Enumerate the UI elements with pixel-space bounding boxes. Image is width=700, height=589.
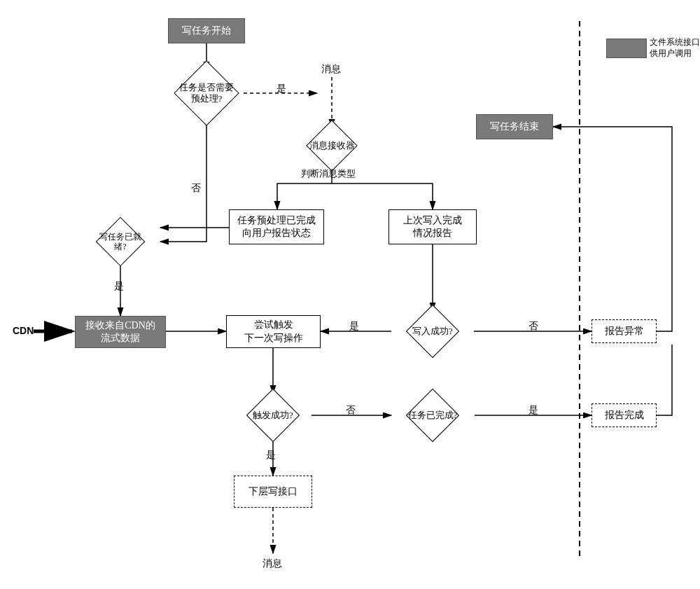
start-node: 写任务开始: [168, 18, 245, 43]
edge-yes-4: 是: [528, 404, 538, 417]
edge-no-3: 否: [346, 404, 356, 417]
lower-write-label: 下层写接口: [248, 485, 298, 498]
task-ready-label: 写任务已就绪?: [96, 232, 145, 252]
start-label: 写任务开始: [182, 25, 231, 37]
cdn-label: CDN: [13, 325, 34, 336]
trigger-success-label: 触发成功?: [253, 410, 293, 421]
message-bottom-label: 消息: [262, 557, 282, 570]
receive-cdn-label: 接收来自CDN的 流式数据: [85, 319, 155, 345]
box-report-done: 报告完成: [592, 403, 657, 427]
edge-yes-1: 是: [276, 83, 286, 95]
task-done-label: 任务已完成?: [408, 410, 458, 421]
report-error-label: 报告异常: [605, 325, 644, 338]
box-try-trigger: 尝试触发 下一次写操作: [226, 315, 321, 348]
decision-need-preprocess: 任务是否需要 预处理?: [183, 70, 230, 116]
report-done-label: 报告完成: [605, 409, 644, 422]
decision-need-preprocess-label: 任务是否需要 预处理?: [179, 82, 234, 104]
receiver-label: 消息接收器: [309, 140, 355, 151]
judge-type-label: 判断消息类型: [301, 167, 356, 180]
connector-layer: [0, 0, 700, 589]
edge-no-1: 否: [191, 182, 201, 195]
decision-write-success: 写入成功?: [414, 312, 451, 350]
edge-yes-5: 是: [266, 449, 276, 462]
box-receive-cdn: 接收来自CDN的 流式数据: [75, 316, 166, 348]
box-last-write-report: 上次写入完成 情况报告: [388, 209, 477, 244]
message-top-label: 消息: [321, 63, 341, 76]
edge-yes-3: 是: [349, 320, 359, 333]
decision-task-ready: 写任务已就绪?: [103, 224, 138, 259]
preprocess-done-label: 任务预处理已完成 向用户报告状态: [237, 214, 316, 240]
decision-message-receiver: 消息接收器: [314, 127, 350, 164]
write-success-label: 写入成功?: [412, 326, 453, 337]
edge-yes-2: 是: [114, 280, 124, 293]
end-label: 写任务结束: [490, 120, 539, 133]
last-write-report-label: 上次写入完成 情况报告: [403, 214, 462, 240]
try-trigger-label: 尝试触发 下一次写操作: [244, 319, 303, 344]
flowchart-canvas: 写任务开始 任务是否需要 预处理? 消息 消息接收器 判断消息类型 写任务已就绪…: [0, 0, 700, 589]
end-node: 写任务结束: [476, 114, 553, 139]
legend-swatch: [606, 39, 647, 58]
edge-no-2: 否: [528, 320, 538, 333]
box-report-error: 报告异常: [592, 319, 657, 343]
decision-trigger-success: 触发成功?: [254, 396, 292, 434]
box-preprocess-done: 任务预处理已完成 向用户报告状态: [229, 209, 324, 244]
decision-task-done: 任务已完成?: [414, 396, 451, 434]
legend-text: 文件系统接口 供用户调用: [650, 37, 700, 59]
box-lower-write-interface: 下层写接口: [234, 476, 312, 508]
